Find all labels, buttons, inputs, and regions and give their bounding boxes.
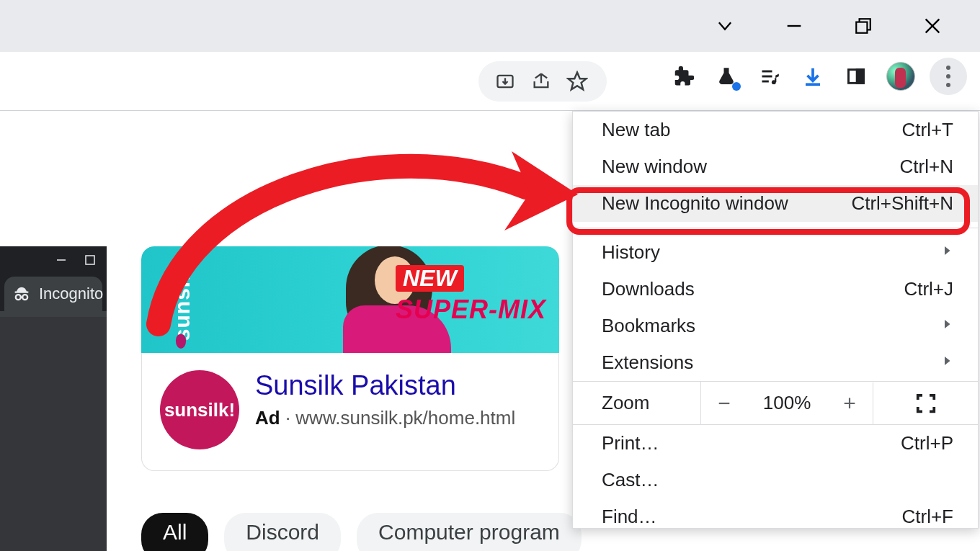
incognito-tab[interactable]: Incognito [4, 277, 102, 311]
zoom-in-button[interactable]: + [827, 391, 873, 416]
chip-computer-program[interactable]: Computer program [357, 513, 582, 551]
sidepanel-icon[interactable] [843, 63, 869, 89]
menu-shortcut: Ctrl+J [904, 278, 953, 300]
menu-find[interactable]: Find… Ctrl+F [573, 498, 978, 528]
labs-icon[interactable] [713, 63, 739, 89]
svg-point-11 [772, 80, 776, 84]
minimize-button[interactable] [780, 12, 808, 40]
omnibox-right-cluster [478, 61, 607, 102]
zoom-out-button[interactable]: − [701, 391, 747, 416]
more-menu-button[interactable] [930, 58, 967, 95]
incognito-window-preview: Incognito [0, 246, 107, 551]
close-button[interactable] [918, 12, 947, 40]
fullscreen-button[interactable] [873, 382, 978, 424]
menu-downloads[interactable]: Downloads Ctrl+J [573, 271, 978, 308]
menu-print[interactable]: Print… Ctrl+P [573, 425, 978, 462]
menu-label: Cast… [602, 469, 659, 491]
menu-extensions[interactable]: Extensions [573, 344, 978, 381]
svg-point-21 [16, 295, 21, 300]
search-ad-card[interactable]: sunsilk NEW SUPER-MIX sunsilk! Sunsilk P… [141, 246, 559, 471]
maximize-icon[interactable] [84, 254, 97, 269]
menu-label: Find… [602, 506, 657, 528]
chevron-right-icon [940, 315, 953, 337]
menu-shortcut: Ctrl+N [900, 156, 953, 178]
svg-rect-20 [86, 256, 94, 264]
svg-marker-17 [945, 320, 950, 328]
ad-vertical-brand: sunsilk [157, 256, 208, 346]
svg-rect-15 [857, 70, 863, 84]
chip-all[interactable]: All [141, 513, 208, 551]
menu-new-window[interactable]: New window Ctrl+N [573, 148, 978, 185]
ad-brand-logo: sunsilk! [160, 370, 239, 449]
filter-chip-row: All Discord Computer program [141, 513, 582, 551]
ad-subline: Ad · www.sunsilk.pk/home.html [255, 407, 515, 429]
install-icon[interactable] [494, 71, 516, 92]
media-control-icon[interactable] [757, 63, 783, 89]
toolbar-icon-row [670, 62, 915, 91]
browser-toolbar [0, 52, 980, 111]
menu-separator [573, 228, 978, 228]
menu-bookmarks[interactable]: Bookmarks [573, 308, 978, 344]
ad-title[interactable]: Sunsilk Pakistan [255, 370, 515, 401]
menu-label: Bookmarks [602, 315, 695, 337]
svg-marker-24 [504, 151, 578, 230]
menu-shortcut: Ctrl+P [901, 432, 953, 454]
zoom-label: Zoom [573, 382, 701, 424]
share-icon[interactable] [530, 71, 552, 92]
star-icon[interactable] [566, 71, 588, 92]
svg-point-22 [22, 295, 27, 300]
window-titlebar [0, 0, 980, 52]
menu-label: New tab [602, 119, 670, 141]
menu-zoom-row: Zoom − 100% + [573, 381, 978, 425]
chip-discord[interactable]: Discord [224, 513, 341, 551]
ad-banner: sunsilk NEW SUPER-MIX [141, 246, 559, 353]
chrome-menu: New tab Ctrl+T New window Ctrl+N New Inc… [572, 111, 979, 529]
zoom-percent: 100% [747, 392, 827, 414]
svg-rect-2 [856, 22, 867, 33]
menu-shortcut: Ctrl+T [902, 119, 954, 141]
menu-label: New window [602, 156, 707, 178]
menu-new-incognito[interactable]: New Incognito window Ctrl+Shift+N [573, 185, 978, 222]
extensions-icon[interactable] [670, 63, 696, 89]
menu-label: Print… [602, 432, 659, 454]
svg-marker-7 [569, 73, 587, 90]
incognito-icon [12, 284, 32, 304]
downloads-icon[interactable] [800, 63, 826, 89]
chevron-right-icon [940, 241, 953, 264]
tablist-chevron-icon[interactable] [710, 12, 739, 40]
menu-cast[interactable]: Cast… [573, 462, 978, 498]
menu-shortcut: Ctrl+F [902, 506, 954, 528]
menu-label: Extensions [602, 351, 693, 374]
profile-avatar[interactable] [886, 62, 915, 91]
menu-new-tab[interactable]: New tab Ctrl+T [573, 112, 978, 148]
svg-marker-16 [945, 246, 950, 255]
minimize-icon[interactable] [55, 254, 68, 269]
incognito-tab-label: Incognito [39, 285, 103, 303]
menu-label: History [602, 241, 660, 264]
menu-history[interactable]: History [573, 234, 978, 271]
chevron-right-icon [940, 351, 953, 374]
ad-banner-text: NEW SUPER-MIX [396, 265, 546, 325]
svg-marker-18 [945, 357, 950, 365]
menu-label: Downloads [602, 278, 695, 300]
menu-label: New Incognito window [602, 192, 788, 215]
menu-shortcut: Ctrl+Shift+N [851, 192, 953, 215]
maximize-button[interactable] [849, 12, 878, 40]
